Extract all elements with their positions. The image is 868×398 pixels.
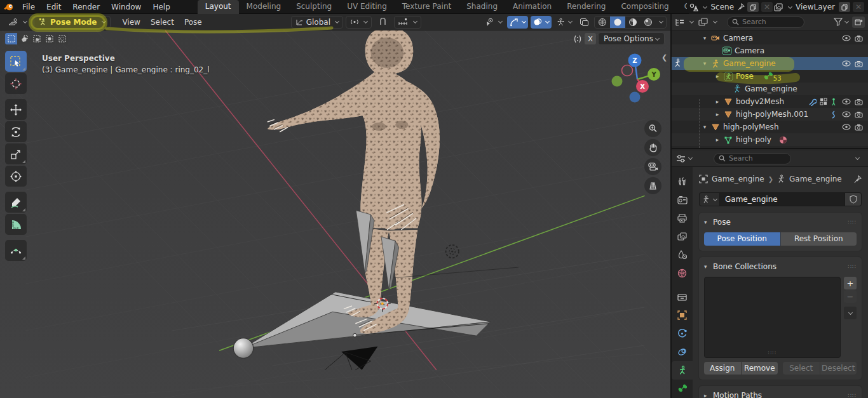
- tool-pose-breakdowner[interactable]: [5, 240, 27, 261]
- outliner-row-camera-data[interactable]: Camera: [672, 44, 868, 57]
- motion-paths-header[interactable]: ▸ Motion Paths ∷∷: [704, 389, 857, 398]
- tool-select-box[interactable]: [5, 51, 27, 72]
- snap-toggle[interactable]: [374, 16, 391, 29]
- list-resize-grip[interactable]: ∷∷: [768, 350, 776, 356]
- pose-options-dropdown[interactable]: Pose Options: [598, 32, 665, 45]
- pose-display-dropdown[interactable]: [554, 16, 574, 29]
- show-overlays-toggle[interactable]: [531, 16, 552, 29]
- breadcrumb-object[interactable]: Game_engine: [712, 175, 764, 183]
- pan-hand-button[interactable]: [644, 139, 661, 156]
- tab-uv-editing[interactable]: UV Editing: [339, 0, 395, 14]
- tab-scene[interactable]: [672, 246, 693, 264]
- tab-physics[interactable]: [672, 324, 693, 343]
- tab-geometry-nodes[interactable]: Geometry Nodes: [677, 0, 687, 14]
- outliner-row-highpoly[interactable]: ▸ high-poly: [672, 133, 868, 146]
- tab-object[interactable]: [672, 306, 693, 324]
- menu-help[interactable]: Help: [147, 0, 175, 14]
- rest-position-button[interactable]: Rest Position: [781, 232, 857, 246]
- bone-collections-header[interactable]: ▾ Bone Collections ∷∷: [704, 260, 857, 273]
- assign-button[interactable]: Assign: [704, 362, 741, 375]
- expand-arrow[interactable]: ▸: [712, 98, 722, 105]
- render-visibility-icon[interactable]: [855, 111, 863, 118]
- menu-render[interactable]: Render: [67, 0, 105, 14]
- viewlayer-selector[interactable]: ViewLayer ✕: [774, 2, 864, 12]
- hide-eye-icon[interactable]: [842, 124, 851, 130]
- tool-transform[interactable]: [5, 166, 27, 187]
- properties-editor-icon[interactable]: [675, 154, 686, 163]
- bone-collections-list[interactable]: ∷∷: [704, 277, 841, 358]
- panel-grip-icon[interactable]: ∷∷: [848, 263, 857, 270]
- editor-type-selector[interactable]: [4, 16, 31, 29]
- display-mode-icon[interactable]: [698, 18, 709, 27]
- datablock-name-field[interactable]: Game_engine: [719, 192, 845, 206]
- tab-collection[interactable]: [672, 288, 693, 306]
- breadcrumb-data[interactable]: Game_engine: [789, 175, 842, 183]
- select-mode-extend[interactable]: [18, 33, 30, 44]
- tab-shading[interactable]: Shading: [459, 0, 505, 14]
- shading-dropdown[interactable]: [656, 16, 666, 29]
- collection-specials-dropdown[interactable]: [844, 307, 857, 319]
- render-visibility-icon[interactable]: [855, 98, 863, 105]
- outliner-row-bodyv2mesh[interactable]: ▸ bodyv2Mesh: [672, 95, 868, 108]
- select-mode-set[interactable]: [5, 33, 17, 44]
- render-visibility-icon[interactable]: [855, 35, 863, 42]
- sidebar-collapse-arrow[interactable]: ❮: [661, 53, 667, 62]
- render-visibility-icon[interactable]: [855, 124, 863, 131]
- transform-orientation[interactable]: Global: [291, 16, 343, 29]
- xray-toggle[interactable]: [577, 16, 592, 29]
- viewlayer-name[interactable]: ViewLayer: [794, 3, 836, 11]
- menu-window[interactable]: Window: [105, 0, 147, 14]
- outliner-row-pose[interactable]: ▸ Pose 53: [672, 70, 868, 83]
- menu-edit[interactable]: Edit: [41, 0, 67, 14]
- select-mode-intersect[interactable]: [56, 33, 68, 44]
- shading-material-button[interactable]: [625, 16, 641, 29]
- remove-button[interactable]: Remove: [742, 362, 778, 375]
- shading-rendered-button[interactable]: [641, 16, 656, 29]
- tab-rendering[interactable]: Rendering: [559, 0, 613, 14]
- tab-tool[interactable]: [672, 172, 693, 190]
- expand-arrow[interactable]: ▸: [712, 111, 722, 117]
- new-collection-button[interactable]: [852, 17, 865, 28]
- outliner-row-highpolymesh[interactable]: ▾ high-polyMesh: [672, 121, 868, 133]
- mode-selector[interactable]: Pose Mode: [34, 16, 111, 29]
- menu-select[interactable]: Select: [146, 18, 179, 27]
- panel-grip-icon[interactable]: ∷∷: [848, 219, 857, 225]
- select-mode-subtract[interactable]: [31, 33, 43, 44]
- chevron-down-icon[interactable]: [855, 156, 860, 160]
- menu-view[interactable]: View: [117, 18, 145, 27]
- outliner-row-camera[interactable]: ▾ Camera: [672, 32, 868, 44]
- tab-compositing[interactable]: Compositing: [613, 0, 676, 14]
- tool-move[interactable]: [5, 99, 27, 120]
- outliner-row-highpolymesh001[interactable]: ▸ high-polyMesh.001: [672, 108, 868, 121]
- tool-measure[interactable]: [5, 214, 27, 235]
- hide-eye-icon[interactable]: [842, 98, 851, 105]
- tab-bone[interactable]: [672, 380, 693, 398]
- outliner-row-armature-data[interactable]: Game_engine: [672, 83, 868, 95]
- tool-rotate[interactable]: [5, 121, 27, 142]
- new-viewlayer-button[interactable]: [839, 2, 850, 12]
- tab-modeling[interactable]: Modeling: [239, 0, 289, 14]
- render-visibility-icon[interactable]: [855, 60, 863, 67]
- tab-texture-paint[interactable]: Texture Paint: [395, 0, 459, 14]
- menu-file[interactable]: File: [17, 0, 41, 14]
- pose-position-button[interactable]: Pose Position: [704, 232, 780, 246]
- filter-icon[interactable]: [834, 18, 843, 26]
- expand-arrow[interactable]: ▾: [700, 60, 710, 67]
- tool-annotate[interactable]: [5, 192, 27, 213]
- tab-render[interactable]: [672, 190, 693, 209]
- zoom-button[interactable]: [644, 120, 661, 137]
- scene-name[interactable]: Scene: [709, 3, 735, 11]
- camera-view-button[interactable]: [644, 158, 661, 175]
- pose-panel-header[interactable]: ▾ Pose ∷∷: [704, 216, 857, 229]
- tab-object-data-armature[interactable]: [672, 361, 693, 380]
- hide-eye-icon[interactable]: [842, 60, 851, 67]
- pin-icon[interactable]: [854, 175, 862, 183]
- show-gizmo-toggle[interactable]: [507, 16, 528, 29]
- tab-world[interactable]: [672, 264, 693, 282]
- hide-eye-icon[interactable]: [842, 111, 851, 117]
- tab-constraints[interactable]: [672, 343, 693, 361]
- expand-arrow[interactable]: ▸: [712, 136, 722, 143]
- outliner-row-game-engine[interactable]: ▾ Game_engine: [672, 57, 868, 70]
- properties-search[interactable]: [714, 153, 791, 164]
- blender-logo-icon[interactable]: [0, 3, 17, 11]
